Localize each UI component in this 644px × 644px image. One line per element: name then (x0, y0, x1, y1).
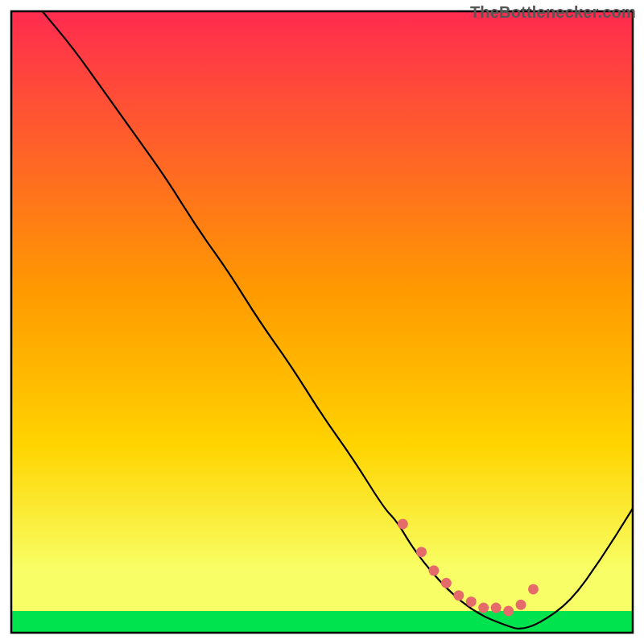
bottom-marker-dot (528, 584, 539, 594)
bottom-marker-dot (491, 603, 502, 613)
gradient-background (11, 11, 633, 633)
bottom-marker-dot (416, 547, 427, 557)
bottom-marker-dot (503, 605, 514, 616)
bottom-marker-dot (516, 600, 526, 610)
bottom-marker-dot (466, 597, 477, 607)
watermark-text: TheBottlenecker.com (470, 3, 636, 22)
bottom-marker-dot (478, 603, 489, 613)
bottom-marker-dot (428, 565, 439, 576)
bottom-marker-dot (453, 590, 464, 601)
bottom-marker-dot (441, 578, 452, 588)
bottleneck-chart (0, 0, 644, 644)
bottom-marker-dot (398, 518, 408, 529)
